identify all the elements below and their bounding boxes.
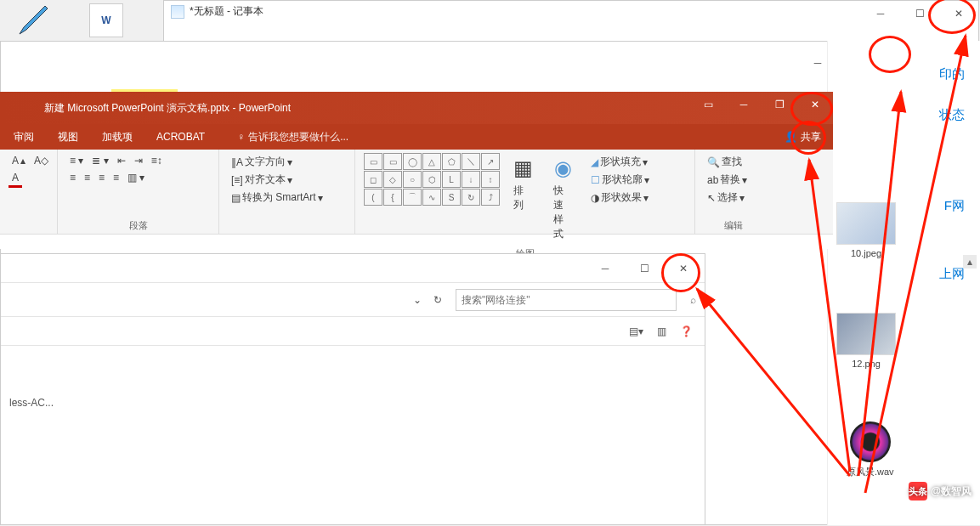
- help-button[interactable]: ❓: [680, 325, 693, 337]
- item-label: less-AC...: [9, 397, 54, 409]
- share-button[interactable]: 👤共享: [785, 130, 821, 144]
- replace-button[interactable]: ab 替换 ▾: [704, 171, 751, 189]
- powerpoint-ribbon: A▴A◇ A ≡ ▾ ≣ ▾ ⇤ ⇥ ≡↕ ≡ ≡ ≡ ≡ ▥ ▾: [0, 150, 833, 235]
- file-name: 原风景.wav: [847, 466, 894, 478]
- watermark-logo: 头条: [909, 482, 927, 501]
- file-thumb-png[interactable]: [836, 313, 896, 355]
- lbl: 转换为 SmartArt: [242, 190, 316, 205]
- align-justify[interactable]: ≡: [110, 170, 122, 185]
- align-center[interactable]: ≡: [81, 170, 93, 185]
- search-icon[interactable]: ⌕: [690, 294, 696, 306]
- desktop-pen-icon[interactable]: [15, 2, 49, 44]
- netconn-item[interactable]: less-AC...: [1, 346, 705, 460]
- view-options-button[interactable]: ▤▾: [629, 325, 643, 337]
- line-spacing[interactable]: ≡↕: [148, 153, 166, 168]
- lbl: 快速样式: [553, 184, 574, 241]
- shape-fill[interactable]: ◢ 形状填充 ▾: [587, 153, 651, 171]
- sidebar-link-status[interactable]: 状态: [939, 107, 965, 123]
- tab-view[interactable]: 视图: [58, 130, 78, 144]
- minimize-button[interactable]: ─: [586, 256, 625, 281]
- notepad-window: *无标题 - 记事本 ─ ☐ ✕: [163, 0, 979, 44]
- text-direction[interactable]: ‖A 文字方向 ▾: [228, 153, 296, 171]
- powerpoint-tabs: 审阅 视图 加载项 ACROBAT ♀告诉我您想要做什么... 👤共享: [0, 124, 833, 150]
- columns[interactable]: ▥ ▾: [124, 170, 148, 185]
- indent-dec[interactable]: ⇤: [114, 153, 129, 168]
- file-thumb-jpeg[interactable]: [836, 202, 896, 245]
- tab-review[interactable]: 审阅: [14, 130, 34, 144]
- sidebar-link-print[interactable]: 印的: [939, 66, 965, 82]
- person-icon: 👤: [785, 131, 797, 143]
- tab-acrobat[interactable]: ACROBAT: [156, 131, 205, 143]
- clear-format[interactable]: A◇: [31, 153, 52, 168]
- close-button[interactable]: ✕: [797, 92, 833, 117]
- align-text[interactable]: [≡] 对齐文本 ▾: [228, 171, 296, 189]
- close-button[interactable]: ✕: [939, 1, 978, 26]
- preview-pane-button[interactable]: ▥: [657, 325, 666, 337]
- search-icon: 🔍: [707, 156, 720, 168]
- group-label: 段落: [66, 217, 210, 232]
- file-name: 10.jpeg: [836, 248, 896, 258]
- indent-inc[interactable]: ⇥: [131, 153, 146, 168]
- lbl: 文字方向: [245, 155, 286, 169]
- shape-outline[interactable]: ☐ 形状轮廓 ▾: [587, 171, 653, 189]
- restore-button[interactable]: ❐: [762, 92, 797, 117]
- find-button[interactable]: 🔍 查找: [704, 153, 745, 171]
- scrollbar-up-button[interactable]: ▴: [963, 255, 977, 269]
- powerpoint-title: 新建 Microsoft PowerPoint 演示文稿.pptx - Powe…: [44, 101, 291, 116]
- notepad-window-controls: ─ ☐ ✕: [861, 1, 978, 26]
- font-size-up[interactable]: A▴: [8, 153, 29, 168]
- align-left[interactable]: ≡: [66, 170, 79, 185]
- file-thumb-wav[interactable]: [850, 421, 891, 462]
- convert-smartart[interactable]: ▤ 转换为 SmartArt ▾: [228, 189, 326, 206]
- sidebar-link-net1[interactable]: F网: [944, 198, 965, 214]
- desktop-word-icon[interactable]: W: [89, 3, 123, 37]
- shape-effects[interactable]: ◑ 形状效果 ▾: [587, 189, 652, 206]
- tab-addins[interactable]: 加载项: [102, 130, 133, 144]
- refresh-button[interactable]: ↻: [433, 294, 442, 306]
- effects-icon: ◑: [591, 192, 599, 204]
- font-color[interactable]: A: [8, 170, 22, 188]
- group-text-tools: ‖A 文字方向 ▾ [≡] 对齐文本 ▾ ▤ 转换为 SmartArt ▾: [219, 150, 355, 234]
- netconn-window-controls: ─ ☐ ✕: [586, 256, 703, 281]
- search-input[interactable]: [456, 289, 677, 311]
- lbl: 对齐文本: [245, 173, 286, 187]
- minimize-button[interactable]: ─: [726, 92, 762, 117]
- file-name: 12.png: [836, 359, 896, 369]
- lbl: 选择: [717, 190, 738, 205]
- maximize-button[interactable]: ☐: [625, 256, 664, 281]
- arrange-icon: ▦: [513, 156, 533, 180]
- numbering[interactable]: ≣ ▾: [88, 153, 111, 168]
- address-dropdown-icon[interactable]: ⌄: [413, 294, 422, 306]
- group-label: 编辑: [704, 217, 763, 232]
- align-right[interactable]: ≡: [95, 170, 108, 185]
- maximize-button[interactable]: ☐: [900, 1, 939, 26]
- quick-styles-button[interactable]: ◉ 快速样式: [547, 153, 581, 245]
- notepad-icon: [171, 5, 184, 19]
- tell-me-placeholder: 告诉我您想要做什么...: [248, 130, 348, 144]
- group-font-partial: A▴A◇ A: [0, 150, 58, 234]
- sidebar-link-net2[interactable]: 上网: [939, 266, 965, 282]
- bullets[interactable]: ≡ ▾: [66, 153, 87, 168]
- bucket-icon: ◢: [591, 156, 598, 168]
- powerpoint-titlebar: 新建 Microsoft PowerPoint 演示文稿.pptx - Powe…: [0, 92, 833, 124]
- quickstyles-icon: ◉: [554, 156, 572, 180]
- arrange-button[interactable]: ▦ 排列: [507, 153, 540, 245]
- word-label: W: [101, 14, 110, 26]
- lbl: 形状轮廓: [602, 173, 643, 187]
- explorer-file-thumbnails: 印的 状态 F网 上网 10.jpeg 12.png 原风景.wav: [827, 41, 980, 525]
- powerpoint-window: 新建 Microsoft PowerPoint 演示文稿.pptx - Powe…: [0, 92, 833, 249]
- lbl: 替换: [720, 173, 740, 187]
- group-paragraph: ≡ ▾ ≣ ▾ ⇤ ⇥ ≡↕ ≡ ≡ ≡ ≡ ▥ ▾ 段落: [58, 150, 219, 234]
- tell-me-input[interactable]: ♀告诉我您想要做什么...: [237, 130, 348, 144]
- notepad-title-area: *无标题 - 记事本: [171, 4, 263, 19]
- shapes-gallery[interactable]: ▭▭◯△⬠＼↗ ◻◇○⬡L↓↕ ({⌒∿S↻⤴: [364, 153, 500, 245]
- lbl: 形状效果: [601, 190, 642, 205]
- watermark-text: @数智风: [931, 484, 972, 499]
- ribbon-options-button[interactable]: ▭: [690, 92, 726, 117]
- notepad-title: *无标题 - 记事本: [190, 4, 263, 19]
- minimize-button[interactable]: ─: [861, 1, 900, 26]
- select-button[interactable]: ↖ 选择 ▾: [704, 189, 748, 206]
- powerpoint-window-controls: ▭ ─ ❐ ✕: [690, 92, 833, 117]
- close-button[interactable]: ✕: [664, 256, 703, 281]
- lbl: 形状填充: [600, 155, 641, 169]
